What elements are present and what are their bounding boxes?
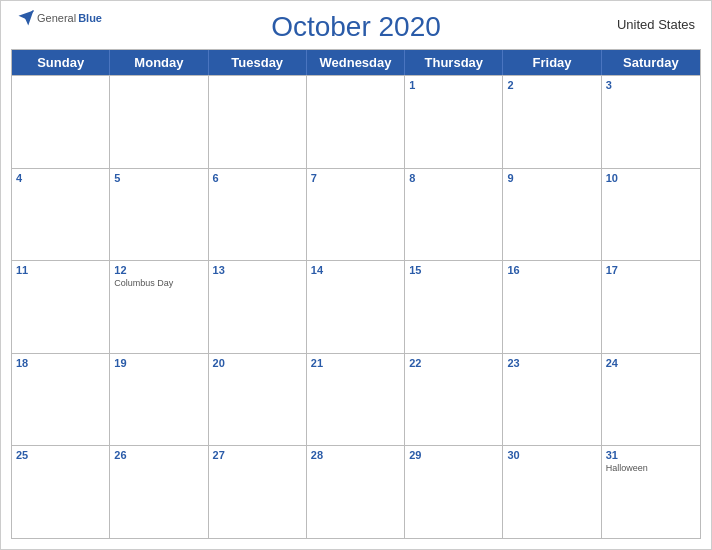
day-number: 9 — [507, 172, 596, 184]
day-cell: 10 — [602, 169, 700, 261]
day-cell: 17 — [602, 261, 700, 353]
header-sunday: Sunday — [12, 50, 110, 75]
day-cell: 1 — [405, 76, 503, 168]
day-cell: 20 — [209, 354, 307, 446]
day-cell: 29 — [405, 446, 503, 538]
day-cell: 22 — [405, 354, 503, 446]
event-label: Halloween — [606, 463, 696, 474]
day-number: 8 — [409, 172, 498, 184]
day-cell: 15 — [405, 261, 503, 353]
day-cell: 21 — [307, 354, 405, 446]
month-title: October 2020 — [271, 11, 441, 43]
day-number: 22 — [409, 357, 498, 369]
day-number: 27 — [213, 449, 302, 461]
week-row-1: 123 — [12, 75, 700, 168]
weeks-container: 123456789101112Columbus Day1314151617181… — [12, 75, 700, 538]
day-cell: 11 — [12, 261, 110, 353]
day-cell — [209, 76, 307, 168]
day-cell: 19 — [110, 354, 208, 446]
day-cell: 12Columbus Day — [110, 261, 208, 353]
day-cell — [307, 76, 405, 168]
day-number: 31 — [606, 449, 696, 461]
day-number: 25 — [16, 449, 105, 461]
day-cell: 18 — [12, 354, 110, 446]
day-cell: 31Halloween — [602, 446, 700, 538]
week-row-4: 18192021222324 — [12, 353, 700, 446]
day-number: 20 — [213, 357, 302, 369]
logo-text: General Blue — [17, 9, 102, 27]
calendar-wrapper: General Blue October 2020 United States … — [0, 0, 712, 550]
day-number: 4 — [16, 172, 105, 184]
day-number: 23 — [507, 357, 596, 369]
day-number: 3 — [606, 79, 696, 91]
logo-area: General Blue — [17, 9, 102, 27]
day-cell: 24 — [602, 354, 700, 446]
day-cell: 30 — [503, 446, 601, 538]
day-number: 21 — [311, 357, 400, 369]
day-cell — [110, 76, 208, 168]
day-number: 2 — [507, 79, 596, 91]
day-cell: 26 — [110, 446, 208, 538]
day-number: 24 — [606, 357, 696, 369]
day-number: 13 — [213, 264, 302, 276]
day-number: 15 — [409, 264, 498, 276]
day-number: 1 — [409, 79, 498, 91]
day-cell: 27 — [209, 446, 307, 538]
day-cell: 7 — [307, 169, 405, 261]
header-tuesday: Tuesday — [209, 50, 307, 75]
header-wednesday: Wednesday — [307, 50, 405, 75]
day-number: 17 — [606, 264, 696, 276]
event-label: Columbus Day — [114, 278, 203, 289]
day-cell: 13 — [209, 261, 307, 353]
day-number: 28 — [311, 449, 400, 461]
day-number: 12 — [114, 264, 203, 276]
day-number: 29 — [409, 449, 498, 461]
day-cell: 9 — [503, 169, 601, 261]
day-cell: 4 — [12, 169, 110, 261]
day-number: 16 — [507, 264, 596, 276]
week-row-5: 25262728293031Halloween — [12, 445, 700, 538]
header-friday: Friday — [503, 50, 601, 75]
day-cell: 8 — [405, 169, 503, 261]
day-cell: 28 — [307, 446, 405, 538]
bird-icon — [17, 9, 35, 27]
day-cell — [12, 76, 110, 168]
header-saturday: Saturday — [602, 50, 700, 75]
day-number: 18 — [16, 357, 105, 369]
day-number: 26 — [114, 449, 203, 461]
day-cell: 23 — [503, 354, 601, 446]
day-cell: 2 — [503, 76, 601, 168]
country-label: United States — [617, 17, 695, 32]
calendar-header: General Blue October 2020 United States — [1, 1, 711, 49]
day-number: 14 — [311, 264, 400, 276]
day-number: 10 — [606, 172, 696, 184]
logo-blue-text: Blue — [78, 12, 102, 24]
day-number: 6 — [213, 172, 302, 184]
day-number: 30 — [507, 449, 596, 461]
header-thursday: Thursday — [405, 50, 503, 75]
day-number: 5 — [114, 172, 203, 184]
header-monday: Monday — [110, 50, 208, 75]
day-headers-row: Sunday Monday Tuesday Wednesday Thursday… — [12, 50, 700, 75]
day-cell: 6 — [209, 169, 307, 261]
week-row-3: 1112Columbus Day1314151617 — [12, 260, 700, 353]
day-cell: 3 — [602, 76, 700, 168]
day-number: 19 — [114, 357, 203, 369]
day-number: 11 — [16, 264, 105, 276]
logo-general-text: General — [37, 12, 76, 24]
day-cell: 16 — [503, 261, 601, 353]
day-cell: 14 — [307, 261, 405, 353]
day-cell: 25 — [12, 446, 110, 538]
calendar-grid: Sunday Monday Tuesday Wednesday Thursday… — [11, 49, 701, 539]
week-row-2: 45678910 — [12, 168, 700, 261]
day-number: 7 — [311, 172, 400, 184]
day-cell: 5 — [110, 169, 208, 261]
